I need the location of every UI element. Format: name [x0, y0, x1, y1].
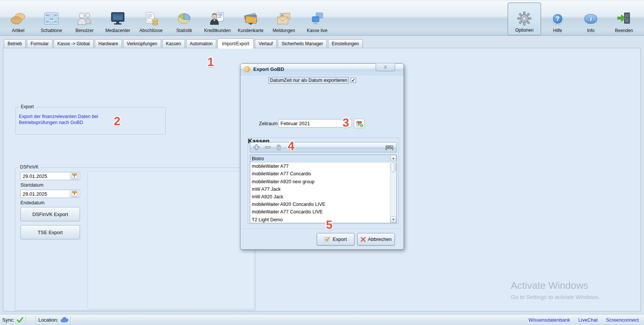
- bread-icon: [9, 11, 27, 27]
- dsfinvk-group-title: DSFinVK: [18, 164, 40, 170]
- users-icon: [76, 11, 93, 27]
- export-group-title: Export: [19, 104, 36, 109]
- tab-einstellungen[interactable]: Einstellungen: [328, 39, 363, 48]
- scrollbar-thumb[interactable]: [391, 162, 396, 172]
- endedatum-calendar-button[interactable]: 7: [70, 190, 79, 197]
- tab-sicherheits-manager[interactable]: Sicherheits Manager: [278, 39, 327, 48]
- customer-card-icon: [242, 11, 259, 27]
- gobd-link-line1: Export der finanzrelevanten Daten bei: [19, 113, 98, 120]
- toolbar-item-label: Beenden: [615, 28, 633, 33]
- endedatum-field[interactable]: 29.01.2025 7: [20, 190, 80, 198]
- gobd-export-link[interactable]: Export der finanzrelevanten Daten bei Be…: [19, 113, 98, 126]
- activate-windows-watermark: Activate Windows Go to Settings to activ…: [511, 280, 600, 300]
- toolbar-item-label: Meldungen: [273, 28, 295, 33]
- toolbar-left-group: Artikel Schablone Benutzer Mediacenter: [2, 2, 334, 35]
- toolbar-item-info[interactable]: i Info: [574, 3, 607, 35]
- toolbar-item-meldungen[interactable]: Meldungen: [267, 3, 300, 35]
- tab-verlauf[interactable]: Verlauf: [255, 39, 276, 48]
- settings-tabstrip: Betrieb Formular Kasse -> Global Hardwar…: [4, 38, 640, 48]
- gear-icon: [516, 11, 533, 26]
- zeitraum-calendar-button[interactable]: 15 +: [354, 119, 365, 128]
- credit-customer-icon: [209, 11, 226, 27]
- toolbar-item-kundenkarte[interactable]: Kundenkarte: [234, 3, 267, 35]
- list-item[interactable]: mW A920 Jack: [250, 193, 396, 201]
- toolbar-item-statistik[interactable]: Statistik: [168, 3, 201, 35]
- tab-verknuepfungen[interactable]: Verknüpfungen: [123, 39, 161, 48]
- tab-import-export[interactable]: Import/Export: [217, 38, 254, 49]
- tab-automation[interactable]: Automation: [186, 39, 217, 48]
- export-groupbox: Export Export der finanzrelevanten Daten…: [15, 107, 166, 135]
- zeitraum-value: Februar 2021: [279, 121, 351, 126]
- toolbar-item-label: Kreditkunden: [204, 28, 231, 33]
- export-button[interactable]: Export: [317, 233, 354, 245]
- toolbar-item-kasse-live[interactable]: Kasse live: [300, 3, 334, 35]
- zeitraum-input[interactable]: Februar 2021: [278, 119, 352, 127]
- toolbar-item-benutzer[interactable]: Benutzer: [68, 3, 101, 35]
- dialog-title: Export GoBD: [253, 66, 284, 72]
- sync-label: Sync:: [2, 317, 15, 323]
- datumzeit-checkbox-row: DatumZeit nur als Datum exportieren ✓: [268, 77, 356, 84]
- toolbar-item-optionen[interactable]: Optionen: [508, 3, 541, 35]
- toolbar-item-beenden[interactable]: Beenden: [607, 3, 641, 35]
- startdatum-calendar-button[interactable]: 7: [70, 173, 79, 179]
- kassen-list: Bistro mobileWaiter A77 mobileWaiter A77…: [250, 155, 397, 223]
- scroll-up-icon[interactable]: ▲: [390, 155, 396, 161]
- dialog-footer-separator: [242, 229, 402, 229]
- livechat-link[interactable]: LiveChat: [578, 317, 598, 323]
- kassen-toolbar: [95]: [250, 142, 397, 152]
- list-item[interactable]: Bistro: [250, 155, 396, 162]
- statusbar-links: Wissensdatenbank LiveChat Screenconnect: [528, 317, 644, 323]
- tab-betrieb[interactable]: Betrieb: [4, 39, 26, 48]
- datumzeit-checkbox[interactable]: ✓: [351, 78, 356, 83]
- cancel-button[interactable]: Abbrechen: [357, 233, 395, 245]
- endedatum-value: 29.01.2025: [21, 191, 70, 197]
- toolbar-item-abschluesse[interactable]: Abschlüsse: [134, 3, 168, 35]
- main-toolbar: Artikel Schablone Benutzer Mediacenter: [0, 2, 644, 36]
- tab-formular[interactable]: Formular: [27, 39, 52, 48]
- toolbar-item-label: Kundenkarte: [238, 28, 263, 33]
- statusbar-divider: [71, 316, 71, 323]
- toolbar-item-artikel[interactable]: Artikel: [2, 3, 35, 35]
- wissensdatenbank-link[interactable]: Wissensdatenbank: [528, 317, 570, 323]
- delete-trash-button[interactable]: [276, 144, 282, 150]
- info-icon: i: [582, 11, 599, 27]
- startdatum-field[interactable]: 29.01.2025 7: [20, 172, 80, 180]
- tab-kasse-global[interactable]: Kasse -> Global: [54, 39, 94, 48]
- annotation-1: 1: [207, 55, 214, 69]
- cancel-x-icon: [361, 237, 366, 242]
- gobd-link-line2: Betriebsprüfungen nach GoBD: [19, 120, 98, 126]
- kasse-live-icon: [308, 11, 326, 27]
- list-item[interactable]: mobileWaiter A77 Concardis LIVE: [250, 208, 396, 216]
- list-item[interactable]: mobileWaiter A920 Concardis LIVE: [250, 201, 396, 208]
- help-icon: ?: [549, 11, 566, 27]
- add-kasse-button[interactable]: [253, 144, 260, 150]
- toolbar-item-schablone[interactable]: Schablone: [35, 3, 68, 35]
- annotation-4: 4: [288, 140, 294, 153]
- calendar-icon: 7: [72, 173, 77, 179]
- sync-check-icon: [17, 317, 23, 323]
- dsfinvk-export-button[interactable]: DSFinVK Export: [20, 207, 80, 221]
- toolbar-item-label: Mediacenter: [105, 28, 130, 33]
- kassen-scrollbar[interactable]: ▲ ▼: [390, 155, 396, 223]
- toolbar-item-kreditkunden[interactable]: Kreditkunden: [201, 3, 234, 35]
- tse-export-button[interactable]: TSE Export: [20, 225, 80, 239]
- list-item[interactable]: mobileWaiter A920 nexi group: [250, 178, 396, 185]
- toolbar-item-hilfe[interactable]: ? Hilfe: [541, 3, 574, 35]
- list-item[interactable]: mobileWaiter A77 Concardis: [250, 170, 396, 178]
- screenconnect-link[interactable]: Screenconnect: [606, 317, 639, 323]
- toolbar-right-group: Optionen ? Hilfe i Info Beenden: [508, 2, 641, 35]
- tab-hardware[interactable]: Hardware: [95, 39, 122, 48]
- dialog-close-button[interactable]: X: [376, 63, 395, 71]
- toolbar-item-label: Info: [587, 28, 595, 33]
- remove-kasse-button[interactable]: [265, 144, 271, 150]
- kassen-groupbox: Kassen [95] Bistro mobileWaiter A77 mobi…: [248, 138, 399, 224]
- tab-kassen[interactable]: Kassen: [162, 39, 185, 48]
- list-item[interactable]: mW A77 Jack: [250, 185, 396, 193]
- toolbar-item-label: Kasse live: [307, 28, 328, 33]
- cloud-icon: [60, 317, 68, 323]
- list-item[interactable]: T2 Light Demo: [250, 216, 396, 224]
- datumzeit-checkbox-label: DatumZeit nur als Datum exportieren: [268, 77, 349, 84]
- list-item[interactable]: mobileWaiter A77: [250, 162, 396, 170]
- scroll-down-icon[interactable]: ▼: [390, 216, 396, 223]
- toolbar-item-mediacenter[interactable]: Mediacenter: [101, 3, 134, 35]
